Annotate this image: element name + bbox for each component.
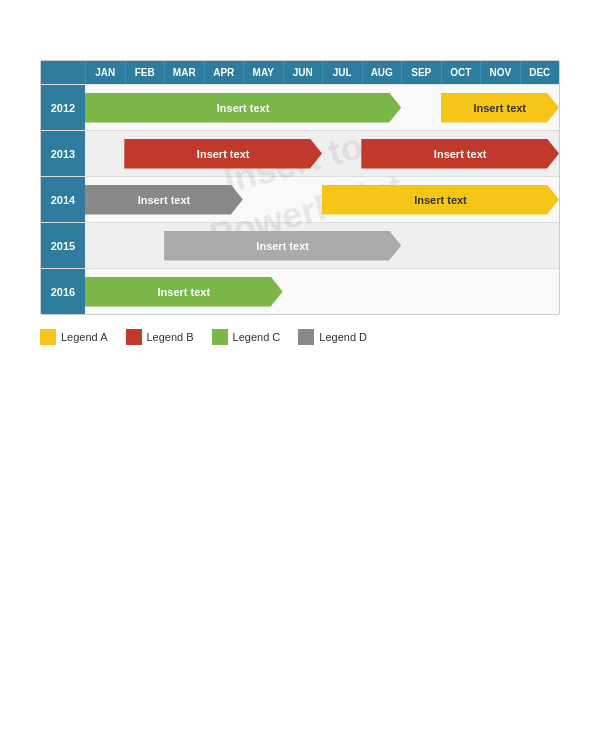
bar-2015-0: Insert text xyxy=(164,231,401,261)
row-content-2014: Insert textInsert text xyxy=(85,177,559,222)
month-header-mar: MAR xyxy=(164,61,204,84)
row-content-2012: Insert textInsert text xyxy=(85,85,559,130)
chart-row-2013: 2013Insert textInsert text xyxy=(41,130,559,176)
legend-item-3: Legend D xyxy=(298,329,367,345)
legend-item-1: Legend B xyxy=(126,329,194,345)
bar-2012-0: Insert text xyxy=(85,93,401,123)
legend-label-1: Legend B xyxy=(147,331,194,343)
bar-2016-0: Insert text xyxy=(85,277,283,307)
month-header-oct: OCT xyxy=(441,61,481,84)
bar-2014-0: Insert text xyxy=(85,185,243,215)
chart-row-2014: 2014Insert textInsert text xyxy=(41,176,559,222)
month-header-apr: APR xyxy=(204,61,244,84)
row-content-2015: Insert text xyxy=(85,223,559,268)
row-content-2016: Insert text xyxy=(85,269,559,314)
legend-item-0: Legend A xyxy=(40,329,108,345)
month-header-nov: NOV xyxy=(480,61,520,84)
month-header-jun: JUN xyxy=(283,61,323,84)
year-col-header xyxy=(41,61,85,84)
year-label-2012: 2012 xyxy=(41,85,85,130)
legend-swatch-0 xyxy=(40,329,56,345)
legend-swatch-1 xyxy=(126,329,142,345)
month-header-jan: JAN xyxy=(85,61,125,84)
month-header-feb: FEB xyxy=(125,61,165,84)
legend-item-2: Legend C xyxy=(212,329,281,345)
year-label-2014: 2014 xyxy=(41,177,85,222)
legend-label-0: Legend A xyxy=(61,331,108,343)
month-header-may: MAY xyxy=(243,61,283,84)
legend-swatch-3 xyxy=(298,329,314,345)
chart-body: 2012Insert textInsert text2013Insert tex… xyxy=(41,84,559,314)
row-content-2013: Insert textInsert text xyxy=(85,131,559,176)
bar-2013-0: Insert text xyxy=(124,139,322,169)
page: Insert to PowerPoint JANFEBMARAPRMAYJUNJ… xyxy=(0,0,600,730)
year-label-2015: 2015 xyxy=(41,223,85,268)
legend-swatch-2 xyxy=(212,329,228,345)
year-label-2016: 2016 xyxy=(41,269,85,314)
legend-label-3: Legend D xyxy=(319,331,367,343)
legend-label-2: Legend C xyxy=(233,331,281,343)
chart-row-2012: 2012Insert textInsert text xyxy=(41,84,559,130)
gantt-chart: Insert to PowerPoint JANFEBMARAPRMAYJUNJ… xyxy=(40,60,560,315)
month-header-sep: SEP xyxy=(401,61,441,84)
legend-area: Legend ALegend BLegend CLegend D xyxy=(40,329,560,345)
year-label-2013: 2013 xyxy=(41,131,85,176)
bar-2013-1: Insert text xyxy=(361,139,559,169)
month-header-dec: DEC xyxy=(520,61,560,84)
month-header-aug: AUG xyxy=(362,61,402,84)
chart-row-2016: 2016Insert text xyxy=(41,268,559,314)
header-row: JANFEBMARAPRMAYJUNJULAUGSEPOCTNOVDEC xyxy=(41,61,559,84)
bar-2014-1: Insert text xyxy=(322,185,559,215)
month-header-jul: JUL xyxy=(322,61,362,84)
chart-row-2015: 2015Insert text xyxy=(41,222,559,268)
bar-2012-1: Insert text xyxy=(441,93,560,123)
